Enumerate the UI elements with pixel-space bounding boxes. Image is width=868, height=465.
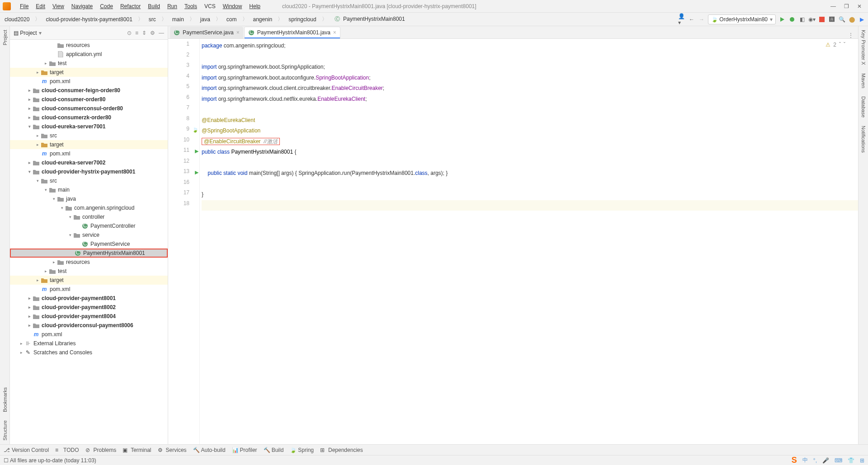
breadcrumb-item[interactable]: Ⓒ PaymentHystrixMain8001 xyxy=(331,14,407,24)
tree-node[interactable]: ▸target xyxy=(10,140,168,149)
coverage-button[interactable]: ◧ xyxy=(798,16,806,23)
tree-node[interactable]: ▸✎Scratches and Consoles xyxy=(10,348,168,357)
line-number[interactable]: 1 xyxy=(168,41,199,52)
tree-node[interactable]: mpom.xml xyxy=(10,77,168,86)
gutter-run-icon[interactable]: ▶ xyxy=(195,148,198,154)
editor-tab-more-icon[interactable]: ⋮ xyxy=(844,32,858,38)
code-body[interactable]: package com.angenin.springcloud; import … xyxy=(200,39,858,444)
code-line[interactable]: @EnableEurekaClient xyxy=(202,115,858,126)
code-line[interactable]: import org.springframework.boot.autoconf… xyxy=(202,73,858,84)
stop-button[interactable] xyxy=(818,16,826,23)
breadcrumb-item[interactable]: springcloud xyxy=(287,15,318,23)
tree-node[interactable]: ▾java xyxy=(10,194,168,203)
code-line[interactable] xyxy=(202,200,858,211)
code-area[interactable]: ⚠ 2 ˆ ˇ 123456789🍃1011▶1213▶161718 packa… xyxy=(168,39,858,444)
code-line[interactable]: package com.angenin.springcloud; xyxy=(202,41,858,52)
inspect-up-icon[interactable]: ˆ xyxy=(839,42,841,48)
ime-mic-icon[interactable]: 🎤 xyxy=(822,457,829,464)
tree-node[interactable]: mpom.xml xyxy=(10,285,168,294)
tree-node[interactable]: ▸cloud-consumerzk-order80 xyxy=(10,113,168,122)
select-opened-icon[interactable]: ⊙ xyxy=(127,30,132,36)
line-number[interactable]: 8 xyxy=(168,115,199,126)
menu-code[interactable]: Code xyxy=(96,2,117,11)
code-line[interactable]: public static void main(String[] args) {… xyxy=(202,168,858,179)
code-line[interactable]: public class PaymentHystrixMain8001 { xyxy=(202,147,858,158)
line-number[interactable]: 12 xyxy=(168,158,199,169)
bottom-tab-build[interactable]: 🔨Build xyxy=(264,447,284,453)
bottom-tab-todo[interactable]: ≡TODO xyxy=(55,447,79,453)
editor-tab[interactable]: CPaymentHystrixMain8001.java× xyxy=(244,27,340,38)
bottom-tab-services[interactable]: ⚙Services xyxy=(158,447,187,453)
run-button[interactable] xyxy=(778,16,786,23)
inspection-widget[interactable]: ⚠ 2 ˆ ˇ xyxy=(826,42,845,48)
breadcrumb-item[interactable]: cloud2020 xyxy=(3,15,31,23)
tree-node[interactable]: ▾main xyxy=(10,185,168,194)
line-number[interactable]: 16 xyxy=(168,179,199,190)
tree-node[interactable]: ▾controller xyxy=(10,212,168,221)
tree-node[interactable]: mpom.xml xyxy=(10,149,168,158)
menu-file[interactable]: File xyxy=(16,2,32,11)
debug-button[interactable] xyxy=(788,16,796,23)
tree-node[interactable]: ▸test xyxy=(10,59,168,68)
code-line[interactable]: import org.springframework.cloud.netflix… xyxy=(202,94,858,105)
tree-node[interactable]: ▸src xyxy=(10,131,168,140)
bottom-tab-auto-build[interactable]: 🔨Auto-build xyxy=(193,447,226,453)
code-line[interactable]: } xyxy=(202,189,858,200)
breadcrumb-item[interactable]: cloud-provider-hystrix-payment8001 xyxy=(44,15,134,23)
menu-edit[interactable]: Edit xyxy=(32,2,49,11)
tree-node[interactable]: ▾cloud-provider-hystrix-payment8001 xyxy=(10,167,168,176)
search-icon[interactable]: 🔍 xyxy=(838,16,845,23)
bottom-tab-version-control[interactable]: ⎇Version Control xyxy=(4,447,49,453)
tree-node[interactable]: ▸cloud-provider-payment8001 xyxy=(10,294,168,303)
inspect-down-icon[interactable]: ˇ xyxy=(844,42,845,48)
right-tool-keypromoter[interactable]: Key Promoter X xyxy=(861,30,866,65)
collapse-all-icon[interactable]: ⇕ xyxy=(142,30,146,36)
tree-node[interactable]: ▸cloud-consumerconsul-order80 xyxy=(10,104,168,113)
expand-all-icon[interactable]: ≡ xyxy=(135,30,138,36)
breadcrumb-item[interactable]: main xyxy=(170,15,186,23)
tree-node[interactable]: ▸resources xyxy=(10,258,168,267)
bottom-tab-dependencies[interactable]: ⊞Dependencies xyxy=(320,447,363,453)
line-number[interactable]: 13▶ xyxy=(168,168,199,179)
bottom-tab-spring[interactable]: 🍃Spring xyxy=(290,447,314,453)
bottom-tab-problems[interactable]: ⊘Problems xyxy=(85,447,117,453)
menu-tools[interactable]: Tools xyxy=(181,2,201,11)
tree-node[interactable]: application.yml xyxy=(10,50,168,59)
update-icon[interactable]: ⬤ xyxy=(848,16,855,23)
menu-refactor[interactable]: Refactor xyxy=(117,2,144,11)
line-number[interactable]: 5 xyxy=(168,83,199,94)
line-number[interactable]: 7 xyxy=(168,104,199,115)
breadcrumb-item[interactable]: angenin xyxy=(251,15,274,23)
tree-node[interactable]: ▾cloud-eureka-server7001 xyxy=(10,122,168,131)
bottom-tab-terminal[interactable]: ▣Terminal xyxy=(123,447,151,453)
forward-icon[interactable]: → xyxy=(698,16,705,23)
tree-node[interactable]: mpom.xml xyxy=(10,330,168,339)
run-config-selector[interactable]: 🍃 OrderHystrixMain80▾ xyxy=(708,14,776,24)
profile-button[interactable]: ◉▾ xyxy=(808,16,816,23)
code-line[interactable]: @SpringBootApplication xyxy=(202,126,858,136)
line-number[interactable]: 9🍃 xyxy=(168,126,199,136)
right-tool-notifications[interactable]: Notifications xyxy=(861,126,866,153)
ime-tool-icon[interactable]: ⊞ xyxy=(860,457,864,464)
tree-node[interactable]: ▸cloud-providerconsul-payment8006 xyxy=(10,321,168,330)
ime-punct[interactable]: °, xyxy=(813,457,817,464)
menu-window[interactable]: Window xyxy=(219,2,246,11)
code-line[interactable] xyxy=(202,158,858,169)
gutter-run-icon[interactable]: 🍃 xyxy=(192,127,198,133)
right-tool-database[interactable]: Database xyxy=(861,96,866,117)
menu-vcs[interactable]: VCS xyxy=(201,2,219,11)
settings-icon[interactable]: ⚙ xyxy=(150,30,155,36)
gutter-run-icon[interactable]: ▶ xyxy=(195,169,198,175)
tree-node[interactable]: ▸cloud-eureka-server7002 xyxy=(10,158,168,167)
hide-icon[interactable]: — xyxy=(159,30,164,36)
tree-node[interactable]: ▾com.angenin.springcloud xyxy=(10,203,168,212)
breadcrumb-item[interactable]: java xyxy=(198,15,212,23)
tab-close-icon[interactable]: × xyxy=(333,29,336,36)
tree-node[interactable]: ▸cloud-provider-payment8004 xyxy=(10,312,168,321)
left-tool-structure[interactable]: Structure xyxy=(2,420,8,441)
menu-build[interactable]: Build xyxy=(144,2,164,11)
tree-node[interactable]: ▸target xyxy=(10,68,168,77)
menu-navigate[interactable]: Navigate xyxy=(68,2,96,11)
ime-keyboard-icon[interactable]: ⌨ xyxy=(835,457,842,464)
ide-icon[interactable]: ▶ xyxy=(858,16,865,23)
